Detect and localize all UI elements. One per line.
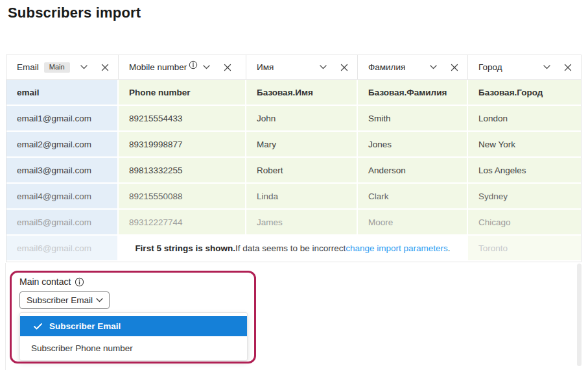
cell-email: email1@gmail.com xyxy=(6,106,119,132)
column-header-city: Город xyxy=(468,55,581,79)
main-contact-select[interactable]: Subscriber Email xyxy=(19,291,110,309)
table-row: email3@gmail.com 89813332255 Robert Ande… xyxy=(6,158,581,184)
cell-phone: 89813332255 xyxy=(119,158,246,184)
column-header-mobile: Mobile number xyxy=(119,55,246,79)
check-icon xyxy=(34,323,42,330)
cell-email: email6@gmail.com xyxy=(6,236,119,262)
chevron-down-icon[interactable] xyxy=(320,65,327,69)
option-label: Subscriber Phone number xyxy=(31,343,133,353)
column-header-lastname: Фамилия xyxy=(358,55,468,79)
cell-lastname: Anderson xyxy=(358,158,468,184)
cell-firstname: Mary xyxy=(246,132,358,158)
table-row: email4@gmail.com 89215550088 Linda Clark… xyxy=(6,184,581,210)
cell-email: email4@gmail.com xyxy=(6,184,119,210)
table-row: email5@gmail.com 89312227744 James Moore… xyxy=(6,210,581,236)
main-contact-label: Main contact xyxy=(19,277,84,287)
notice-text: If data seems to be incorrect xyxy=(235,243,346,253)
notice-suffix: . xyxy=(448,243,451,253)
cell-field-lastname: Базовая.Фамилия xyxy=(358,80,468,106)
change-import-parameters-link[interactable]: change import parameters xyxy=(346,243,448,253)
column-label-city: Город xyxy=(478,62,502,72)
main-badge: Main xyxy=(44,62,70,73)
cell-field-firstname: Базовая.Имя xyxy=(246,80,358,106)
cell-city: Sydney xyxy=(468,184,581,210)
table-row-truncated: email6@gmail.com First 5 strings is show… xyxy=(6,236,581,262)
info-icon[interactable] xyxy=(75,277,84,287)
cell-phone: 89215554433 xyxy=(119,106,246,132)
chevron-down-icon[interactable] xyxy=(80,65,88,69)
option-subscriber-phone[interactable]: Subscriber Phone number xyxy=(20,336,247,360)
cell-lastname: Moore xyxy=(358,210,468,236)
chevron-down-icon[interactable] xyxy=(543,65,550,69)
main-contact-selected-value: Subscriber Email xyxy=(27,295,93,305)
cell-firstname: John xyxy=(246,106,358,132)
info-icon[interactable] xyxy=(189,60,198,69)
close-icon[interactable] xyxy=(224,64,231,71)
cell-lastname: Clark xyxy=(358,184,468,210)
cell-firstname: Linda xyxy=(246,184,358,210)
table-row: email2@gmail.com 89319998877 Mary Jones … xyxy=(6,132,581,158)
cell-firstname: James xyxy=(246,210,358,236)
cell-lastname: Smith xyxy=(358,106,468,132)
chevron-down-icon xyxy=(96,298,103,302)
cell-city: Los Angeles xyxy=(468,158,581,184)
option-label: Subscriber Email xyxy=(49,321,121,331)
import-preview-table: Email Main Mobile number Имя Фамилия Гор… xyxy=(6,55,582,262)
option-subscriber-email[interactable]: Subscriber Email xyxy=(20,316,247,336)
cell-phone: 89319998877 xyxy=(119,132,246,158)
cell-email: email5@gmail.com xyxy=(6,210,119,236)
cell-email: email3@gmail.com xyxy=(6,158,119,184)
page-title: Subscribers import xyxy=(8,5,141,21)
cell-field-city: Базовая.Город xyxy=(468,80,581,106)
column-label-mobile: Mobile number xyxy=(129,62,187,72)
cell-field-email: email xyxy=(6,80,119,106)
cell-phone: 89215550088 xyxy=(119,184,246,210)
cell-city: Toronto xyxy=(468,236,581,262)
close-icon[interactable] xyxy=(451,64,458,71)
cell-lastname: Jones xyxy=(358,132,468,158)
column-header-firstname: Имя xyxy=(246,55,358,79)
main-contact-dropdown: Subscriber Email Subscriber Phone number xyxy=(19,312,248,361)
close-icon[interactable] xyxy=(101,64,109,71)
chevron-down-icon[interactable] xyxy=(430,65,437,69)
close-icon[interactable] xyxy=(340,64,348,71)
cell-phone: 89312227744 xyxy=(119,210,246,236)
column-label-lastname: Фамилия xyxy=(368,62,405,72)
cell-firstname: Robert xyxy=(246,158,358,184)
panel-left-border xyxy=(5,263,6,370)
close-icon[interactable] xyxy=(564,64,572,71)
field-name-row: email Phone number Базовая.Имя Базовая.Ф… xyxy=(6,80,581,106)
column-header-email: Email Main xyxy=(6,55,119,79)
chevron-down-icon[interactable] xyxy=(203,65,210,69)
cell-email: email2@gmail.com xyxy=(6,132,119,158)
cell-city: London xyxy=(468,106,581,132)
table-row: email1@gmail.com 89215554433 John Smith … xyxy=(6,106,581,132)
column-label-firstname: Имя xyxy=(257,62,274,72)
column-selector-row: Email Main Mobile number Имя Фамилия Гор… xyxy=(6,55,581,80)
cell-field-phone: Phone number xyxy=(119,80,246,106)
truncation-notice: First 5 strings is shown.If data seems t… xyxy=(119,236,468,262)
main-contact-label-text: Main contact xyxy=(19,277,71,287)
notice-bold-text: First 5 strings is shown. xyxy=(135,243,235,253)
cell-city: New York xyxy=(468,132,581,158)
vertical-scrollbar[interactable] xyxy=(577,264,582,366)
column-label-email: Email xyxy=(17,62,39,72)
cell-city: Chicago xyxy=(468,210,581,236)
